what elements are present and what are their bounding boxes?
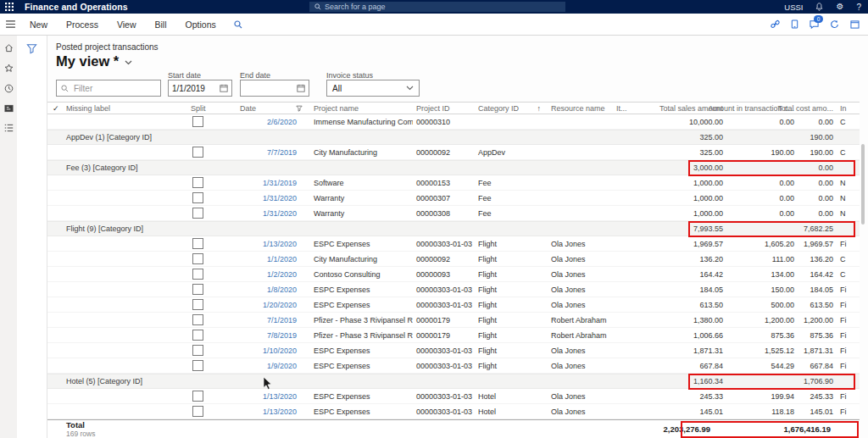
date-link[interactable]: 1/10/2020	[263, 347, 297, 355]
group-row[interactable]: Hotel (5) [Category ID]1,160.341,706.90	[47, 374, 860, 389]
date-link[interactable]: 1/2/2020	[267, 270, 297, 279]
row-checkbox[interactable]	[192, 314, 203, 325]
link-icon[interactable]	[771, 19, 780, 29]
date-link[interactable]: 1/1/2020	[267, 255, 297, 263]
favorites-star-icon[interactable]	[4, 64, 14, 73]
row-checkbox[interactable]	[192, 269, 203, 280]
date-link[interactable]: 2/6/2020	[267, 118, 297, 126]
calendar-icon[interactable]	[220, 84, 228, 92]
group-row[interactable]: Flight (9) [Category ID]7,993.557,682.25	[47, 221, 860, 236]
date-link[interactable]: 1/13/2020	[263, 392, 297, 401]
help-icon[interactable]: ?	[856, 3, 861, 12]
filter-input[interactable]	[72, 83, 156, 94]
chat-icon[interactable]: 0	[810, 19, 819, 29]
group-row[interactable]: Fee (3) [Category ID]3,000.000.00	[47, 160, 860, 175]
col-header-item[interactable]: It...	[615, 103, 654, 114]
workspaces-icon[interactable]	[4, 104, 14, 113]
col-header-category-id[interactable]: Category ID ↑	[475, 103, 542, 114]
settings-gear-icon[interactable]: ⚙	[836, 3, 843, 11]
app-launcher-waffle-icon[interactable]	[0, 0, 19, 14]
transaction-row[interactable]: 1/2/2020Contoso Consulting00000093Flight…	[47, 267, 860, 282]
col-header-total-cost[interactable]: Total cost amo...	[797, 103, 836, 114]
notifications-bell-icon[interactable]	[815, 3, 823, 11]
col-header-invoiced[interactable]: In	[836, 103, 860, 114]
transaction-row[interactable]: 7/8/2019Pfizer - Phase 3 Rivipansel RESE…	[47, 328, 860, 343]
row-checkbox[interactable]	[192, 116, 203, 127]
date-link[interactable]: 1/9/2020	[267, 362, 297, 370]
modules-list-icon[interactable]	[4, 124, 14, 132]
row-checkbox[interactable]	[192, 238, 203, 249]
menu-item-options[interactable]: Options	[176, 19, 225, 30]
transaction-row[interactable]: 1/31/2020Warranty00000307Fee1,000.000.00…	[47, 191, 860, 206]
transaction-row[interactable]: 2/6/2020Immense Manufacturing Compa...00…	[47, 114, 860, 130]
row-checkbox[interactable]	[192, 253, 203, 264]
row-checkbox[interactable]	[192, 391, 203, 402]
project-name-cell: ESPC Expenses	[309, 236, 413, 251]
grid-filter-field[interactable]	[56, 80, 161, 97]
col-header-project-name[interactable]: Project name	[309, 103, 413, 114]
row-checkbox[interactable]	[192, 299, 203, 310]
date-link[interactable]: 1/13/2020	[263, 240, 297, 248]
transaction-row[interactable]: 1/9/2020ESPC Expenses00000303-01-03Fligh…	[47, 358, 860, 374]
transaction-row[interactable]: 1/8/2020ESPC Expenses00000303-01-03Fligh…	[47, 282, 860, 297]
transaction-row[interactable]: 7/7/2019City Manufacturing00000092AppDev…	[47, 145, 860, 160]
date-link[interactable]: 1/31/2020	[263, 194, 297, 202]
col-header-missing-label[interactable]: Missing label	[66, 103, 191, 114]
hamburger-menu-icon[interactable]	[0, 20, 20, 28]
row-checkbox[interactable]	[192, 192, 203, 203]
invoice-status-select[interactable]: All	[326, 80, 420, 97]
menu-item-new[interactable]: New	[20, 19, 57, 30]
refresh-icon[interactable]	[830, 19, 839, 29]
date-link[interactable]: 1/20/2020	[263, 301, 297, 309]
transaction-row[interactable]: 1/20/2020ESPC Expenses00000303-01-03Flig…	[47, 297, 860, 313]
date-link[interactable]: 7/8/2019	[267, 331, 297, 340]
transaction-row[interactable]: 1/31/2020Warranty00000308Fee1,000.000.00…	[47, 206, 860, 221]
funnel-icon[interactable]	[26, 43, 37, 438]
date-link[interactable]: 7/1/2019	[267, 316, 297, 324]
end-date-field[interactable]	[240, 80, 309, 97]
view-title[interactable]: My view *	[56, 53, 132, 69]
col-header-project-id[interactable]: Project ID	[413, 103, 475, 114]
col-header-date[interactable]: Date	[236, 103, 309, 114]
date-link[interactable]: 1/13/2020	[263, 408, 297, 416]
vertical-scrollbar[interactable]	[861, 144, 865, 225]
row-checkbox[interactable]	[192, 284, 203, 295]
col-header-split[interactable]: Split	[191, 103, 236, 114]
row-checkbox[interactable]	[192, 406, 203, 417]
row-checkbox[interactable]	[192, 208, 203, 219]
transaction-row[interactable]: 1/13/2020ESPC Expenses00000303-01-03Hote…	[47, 404, 860, 419]
row-checkbox[interactable]	[192, 330, 203, 341]
group-total-cost: 7,682.25	[797, 222, 836, 236]
transaction-row[interactable]: 1/13/2020ESPC Expenses00000303-01-03Flig…	[47, 236, 860, 252]
transaction-row[interactable]: 1/31/2019Software00000153Fee1,000.000.00…	[47, 175, 860, 191]
transaction-row[interactable]: 7/1/2019Pfizer - Phase 3 Rivipansel RESE…	[47, 313, 860, 328]
date-link[interactable]: 1/31/2019	[263, 179, 297, 187]
group-label: AppDev (1) [Category ID]	[47, 130, 654, 144]
col-header-resource-name[interactable]: Resource name	[542, 103, 615, 114]
group-row[interactable]: AppDev (1) [Category ID]325.00190.00	[47, 130, 860, 145]
row-checkbox[interactable]	[192, 177, 203, 188]
transaction-row[interactable]: 1/1/2020City Manufacturing00000092Flight…	[47, 252, 860, 267]
calendar-icon[interactable]	[297, 84, 305, 92]
company-selector[interactable]: USSI	[784, 3, 803, 12]
column-filter-funnel-icon[interactable]	[296, 105, 303, 112]
device-icon[interactable]	[791, 19, 798, 29]
actionbar-search-icon[interactable]	[225, 20, 251, 29]
date-link[interactable]: 1/8/2020	[267, 286, 297, 294]
recent-clock-icon[interactable]	[4, 84, 14, 93]
select-all-checkmark-icon[interactable]: ✓	[47, 103, 66, 114]
menu-item-process[interactable]: Process	[57, 19, 108, 30]
window-icon[interactable]	[850, 20, 860, 29]
menu-item-view[interactable]: View	[108, 19, 146, 30]
transaction-row[interactable]: 1/13/2020ESPC Expenses00000303-01-03Hote…	[47, 389, 860, 404]
start-date-field[interactable]: 1/1/2019	[168, 80, 232, 97]
global-search-box[interactable]: Search for a page	[309, 2, 565, 12]
row-checkbox[interactable]	[192, 360, 203, 371]
date-link[interactable]: 7/7/2019	[267, 148, 297, 157]
row-checkbox[interactable]	[192, 345, 203, 356]
menu-item-bill[interactable]: Bill	[146, 19, 176, 30]
date-link[interactable]: 1/31/2020	[263, 209, 297, 218]
home-icon[interactable]	[4, 43, 14, 53]
row-checkbox[interactable]	[192, 147, 203, 158]
transaction-row[interactable]: 1/10/2020ESPC Expenses00000303-01-03Flig…	[47, 343, 860, 358]
